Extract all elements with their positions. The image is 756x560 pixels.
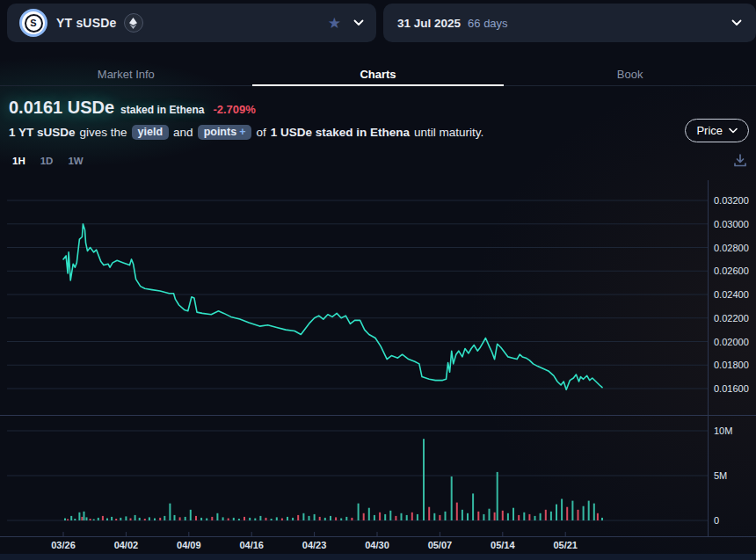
svg-text:0.01600: 0.01600	[714, 383, 749, 394]
ethereum-network-icon	[124, 13, 143, 33]
chevron-down-icon	[731, 19, 742, 26]
svg-text:0.03000: 0.03000	[714, 219, 749, 229]
svg-text:05/07: 05/07	[428, 540, 453, 550]
tab-charts[interactable]: Charts	[252, 62, 505, 85]
chevron-down-icon	[729, 127, 738, 134]
section-tabs: Market Info Charts Book	[0, 62, 756, 86]
download-icon	[732, 153, 748, 169]
download-chart-button[interactable]	[732, 153, 748, 169]
svg-text:0.02000: 0.02000	[714, 337, 749, 347]
svg-text:0.02600: 0.02600	[714, 265, 749, 276]
tab-book[interactable]: Book	[504, 62, 756, 85]
metric-dropdown-button[interactable]: Price	[685, 119, 749, 142]
price-change-percent: -2.709%	[213, 103, 255, 116]
svg-text:05/21: 05/21	[553, 540, 578, 550]
svg-text:0.01800: 0.01800	[714, 360, 749, 370]
desc-token: 1 YT sUSDe	[9, 126, 76, 139]
tab-market-info[interactable]: Market Info	[0, 62, 252, 85]
points-badge: points+	[198, 125, 252, 140]
svg-text:04/09: 04/09	[177, 540, 201, 550]
price-unit: staked in Ethena	[120, 104, 204, 116]
maturity-date: 31 Jul 2025	[397, 17, 461, 30]
interval-1h-button[interactable]: 1H	[12, 156, 25, 166]
points-plus-icon: +	[239, 126, 245, 138]
svg-text:10M: 10M	[714, 425, 732, 436]
maturity-selector[interactable]: 31 Jul 2025 66 days	[383, 4, 756, 42]
days-to-maturity: 66 days	[468, 17, 508, 30]
app-root: 0.032000.030000.028000.026000.024000.022…	[0, 0, 756, 560]
interval-1w-button[interactable]: 1W	[68, 156, 83, 166]
susde-token-icon: S	[19, 9, 47, 37]
svg-text:0.03200: 0.03200	[714, 195, 749, 206]
svg-text:03/26: 03/26	[51, 540, 76, 550]
favorite-star-icon[interactable]: ★	[328, 16, 341, 31]
market-description: 1 YT sUSDe gives the yield and points+ o…	[9, 125, 483, 140]
next-section-edge	[0, 554, 756, 560]
svg-text:0.02800: 0.02800	[714, 243, 749, 253]
svg-text:5M: 5M	[714, 470, 727, 481]
interval-switcher: 1H 1D 1W	[12, 156, 84, 166]
token-selector[interactable]: S YT sUSDe ★	[7, 4, 376, 42]
desc-underlying: 1 USDe staked in Ethena	[271, 126, 410, 139]
yield-badge: yield	[132, 125, 170, 140]
svg-text:04/16: 04/16	[239, 540, 264, 550]
svg-text:05/14: 05/14	[491, 540, 515, 550]
token-name: YT sUSDe	[56, 16, 117, 30]
svg-text:0.02400: 0.02400	[714, 289, 749, 300]
interval-1d-button[interactable]: 1D	[40, 156, 54, 166]
svg-text:04/02: 04/02	[114, 540, 139, 550]
price-header: 0.0161 USDe staked in Ethena -2.709%	[9, 98, 256, 118]
svg-text:04/30: 04/30	[365, 540, 389, 550]
chevron-down-icon	[353, 19, 364, 26]
svg-text:0: 0	[714, 515, 719, 526]
svg-text:0.02200: 0.02200	[714, 313, 749, 324]
svg-text:04/23: 04/23	[302, 540, 327, 550]
current-price: 0.0161 USDe	[9, 98, 114, 118]
